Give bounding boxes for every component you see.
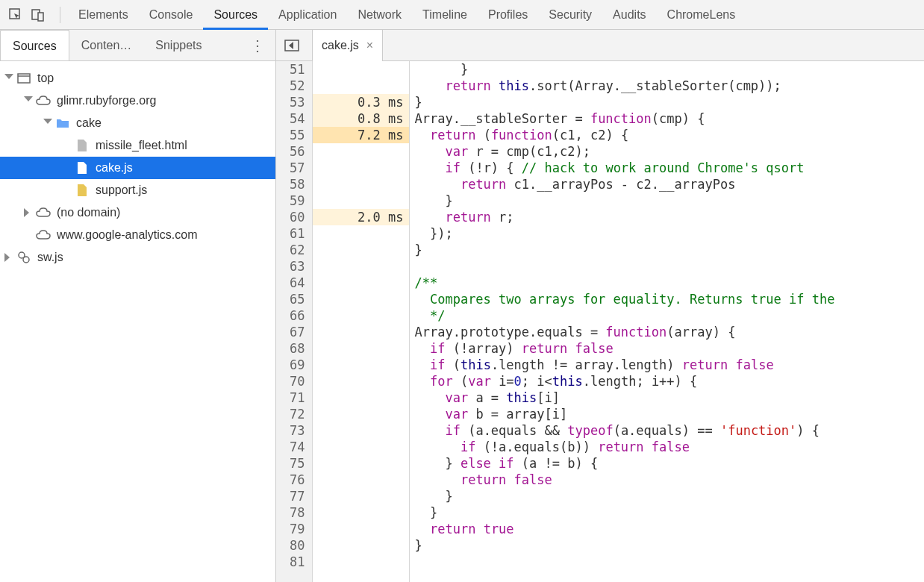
line-number[interactable]: 79: [276, 521, 312, 537]
line-number[interactable]: 68: [276, 340, 312, 357]
line-number[interactable]: 60: [276, 209, 312, 225]
main-tab-elements[interactable]: Elements: [68, 0, 139, 30]
disclosure-arrow-icon[interactable]: [43, 119, 52, 128]
line-number[interactable]: 59: [276, 193, 312, 209]
main-tab-application[interactable]: Application: [268, 0, 347, 30]
code-line[interactable]: }: [414, 537, 834, 554]
code-line[interactable]: if (this.length != array.length) return …: [414, 357, 834, 373]
main-tab-audits[interactable]: Audits: [602, 0, 656, 30]
code-line[interactable]: return this.sort(Array.__stableSorter(cm…: [414, 78, 834, 94]
main-tab-sources[interactable]: Sources: [203, 0, 268, 30]
sidebar-tab-snippets[interactable]: Snippets: [143, 30, 213, 61]
code-line[interactable]: for (var i=0; i<this.length; i++) {: [414, 373, 834, 389]
sidebar-tab-sources[interactable]: Sources: [0, 29, 69, 60]
code-line[interactable]: }: [414, 504, 834, 521]
code-line[interactable]: }: [414, 193, 834, 209]
separator: [60, 7, 60, 23]
line-number[interactable]: 71: [276, 389, 312, 406]
tree-item[interactable]: top: [0, 67, 275, 90]
line-number[interactable]: 74: [276, 439, 312, 455]
line-number[interactable]: 62: [276, 242, 312, 258]
code-line[interactable]: var a = this[i]: [414, 389, 834, 406]
close-icon[interactable]: ×: [366, 39, 373, 52]
line-number[interactable]: 72: [276, 406, 312, 422]
code-line[interactable]: if (!array) return false: [414, 340, 834, 357]
line-number[interactable]: 53: [276, 94, 312, 110]
line-number[interactable]: 67: [276, 324, 312, 340]
disclosure-arrow-icon[interactable]: [4, 253, 13, 262]
code-line[interactable]: return false: [414, 472, 834, 488]
line-number[interactable]: 81: [276, 554, 312, 570]
tree-item[interactable]: sw.js: [0, 246, 275, 269]
code-line[interactable]: if (a.equals && typeof(a.equals) == 'fun…: [414, 422, 834, 439]
code-line[interactable]: return true: [414, 521, 834, 537]
code-line[interactable]: var b = array[i]: [414, 406, 834, 422]
line-number[interactable]: 55: [276, 127, 312, 143]
main-tab-timeline[interactable]: Timeline: [412, 0, 478, 30]
code-line[interactable]: [414, 258, 834, 275]
line-number[interactable]: 69: [276, 357, 312, 373]
disclosure-arrow-icon[interactable]: [24, 208, 33, 217]
code-line[interactable]: if (!r) { // hack to work around Chrome'…: [414, 160, 834, 176]
main-tab-profiles[interactable]: Profiles: [478, 0, 538, 30]
device-icon[interactable]: [30, 7, 46, 23]
main-tab-console[interactable]: Console: [139, 0, 204, 30]
line-number[interactable]: 65: [276, 291, 312, 307]
disclosure-arrow-icon[interactable]: [4, 74, 13, 83]
code-line[interactable]: [414, 554, 834, 570]
code-line[interactable]: Array.__stableSorter = function(cmp) {: [414, 110, 834, 127]
code-line[interactable]: });: [414, 225, 834, 242]
code-line[interactable]: }: [414, 488, 834, 504]
line-number[interactable]: 73: [276, 422, 312, 439]
tree-item[interactable]: glimr.rubyforge.org: [0, 90, 275, 112]
line-number[interactable]: 61: [276, 225, 312, 242]
sidebar-tab-conten[interactable]: Conten…: [69, 30, 144, 61]
disclosure-arrow-icon[interactable]: [24, 96, 33, 105]
line-number[interactable]: 80: [276, 537, 312, 554]
code-text[interactable]: } return this.sort(Array.__stableSorter(…: [410, 61, 834, 582]
timing-cell: [313, 143, 409, 160]
tree-item[interactable]: www.google-analytics.com: [0, 224, 275, 246]
line-number[interactable]: 78: [276, 504, 312, 521]
code-line[interactable]: }: [414, 94, 834, 110]
main-tab-chromelens[interactable]: ChromeLens: [657, 0, 746, 30]
toggle-navigator-icon[interactable]: [281, 34, 303, 57]
line-number[interactable]: 58: [276, 176, 312, 193]
tree-item[interactable]: (no domain): [0, 201, 275, 224]
code-line[interactable]: return r;: [414, 209, 834, 225]
more-icon[interactable]: ⋮: [240, 37, 275, 54]
code-line[interactable]: return (function(c1, c2) {: [414, 127, 834, 143]
line-number[interactable]: 56: [276, 143, 312, 160]
code-line[interactable]: /**: [414, 275, 834, 291]
editor-tab[interactable]: cake.js ×: [312, 30, 383, 61]
line-number[interactable]: 70: [276, 373, 312, 389]
file-js-icon: [75, 183, 90, 198]
code-line[interactable]: if (!a.equals(b)) return false: [414, 439, 834, 455]
line-number[interactable]: 77: [276, 488, 312, 504]
code-line[interactable]: }: [414, 61, 834, 78]
tree-item[interactable]: cake.js: [0, 157, 275, 179]
code-line[interactable]: }: [414, 242, 834, 258]
tree-item[interactable]: cake: [0, 112, 275, 134]
line-number[interactable]: 76: [276, 472, 312, 488]
line-number[interactable]: 66: [276, 307, 312, 324]
inspect-icon[interactable]: [7, 7, 24, 23]
line-number[interactable]: 52: [276, 78, 312, 94]
code-line[interactable]: Compares two arrays for equality. Return…: [414, 291, 834, 307]
main-tab-security[interactable]: Security: [538, 0, 602, 30]
line-number[interactable]: 54: [276, 110, 312, 127]
code-area[interactable]: 5152535455565758596061626364656667686970…: [276, 61, 924, 582]
code-line[interactable]: return c1.__arrayPos - c2.__arrayPos: [414, 176, 834, 193]
code-line[interactable]: */: [414, 307, 834, 324]
line-number[interactable]: 64: [276, 275, 312, 291]
line-number[interactable]: 63: [276, 258, 312, 275]
line-number[interactable]: 57: [276, 160, 312, 176]
code-line[interactable]: } else if (a != b) {: [414, 455, 834, 472]
code-line[interactable]: Array.prototype.equals = function(array)…: [414, 324, 834, 340]
tree-item[interactable]: missile_fleet.html: [0, 134, 275, 157]
line-number[interactable]: 75: [276, 455, 312, 472]
main-tab-network[interactable]: Network: [347, 0, 412, 30]
line-number[interactable]: 51: [276, 61, 312, 78]
tree-item[interactable]: support.js: [0, 179, 275, 201]
code-line[interactable]: var r = cmp(c1,c2);: [414, 143, 834, 160]
